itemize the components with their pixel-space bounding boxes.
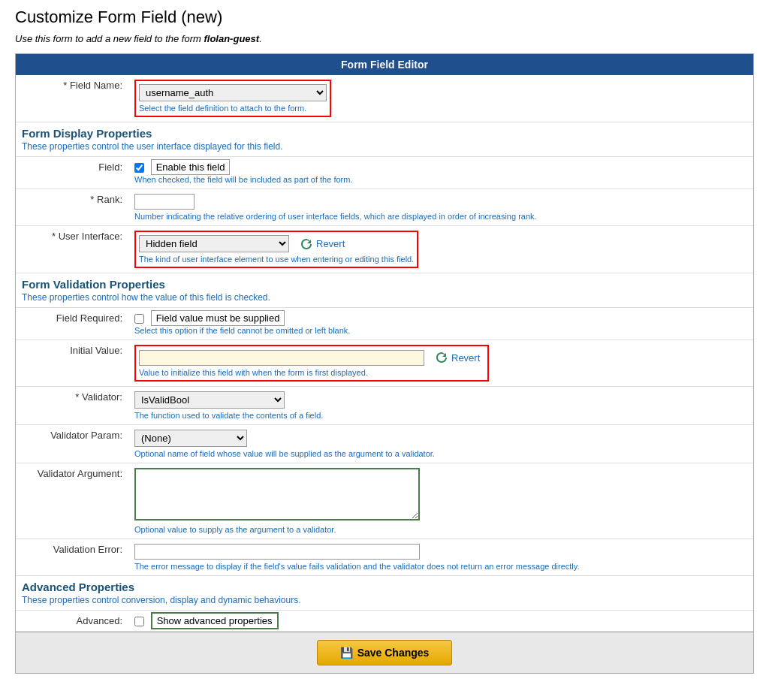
field-enabled-hint: When checked, the field will be included… bbox=[134, 175, 747, 184]
field-required-hint: Select this option if the field cannot b… bbox=[134, 326, 747, 335]
advanced-section-title: Advanced Properties bbox=[22, 581, 747, 593]
validation-error-content: The error message to display if the fiel… bbox=[128, 539, 753, 576]
initial-value-content: 1 Revert Value to initialize this field … bbox=[128, 340, 753, 387]
initial-value-hint: Value to initialize this field with when… bbox=[139, 368, 484, 377]
field-name-label: * Field Name: bbox=[16, 75, 128, 122]
form-table: * Field Name: username_auth Select the f… bbox=[16, 75, 753, 632]
validation-error-row: Validation Error: The error message to d… bbox=[16, 539, 753, 576]
save-button[interactable]: 💾 Save Changes bbox=[317, 640, 453, 665]
validator-argument-textarea[interactable] bbox=[134, 468, 420, 520]
initial-value-box: 1 Revert Value to initialize this field … bbox=[134, 345, 489, 382]
advanced-content: Show advanced properties bbox=[128, 611, 753, 632]
field-name-box: username_auth Select the field definitio… bbox=[134, 80, 331, 117]
field-enabled-label: Field: bbox=[16, 157, 128, 189]
field-enabled-checkbox-label: Enable this field bbox=[151, 159, 231, 175]
rank-content: 50495 Number indicating the relative ord… bbox=[128, 189, 753, 226]
save-icon: 💾 bbox=[340, 647, 353, 659]
validator-param-content: (None) Optional name of field whose valu… bbox=[128, 425, 753, 463]
rank-row: * Rank: 50495 Number indicating the rela… bbox=[16, 189, 753, 226]
validation-error-hint: The error message to display if the fiel… bbox=[134, 562, 747, 571]
form-container: Form Field Editor * Field Name: username… bbox=[15, 53, 754, 674]
user-interface-revert-button[interactable]: Revert bbox=[295, 236, 349, 252]
revert-label: Revert bbox=[316, 238, 345, 249]
initial-value-input[interactable]: 1 bbox=[139, 350, 424, 366]
validator-select[interactable]: IsValidBool bbox=[134, 391, 285, 409]
display-section-title: Form Display Properties bbox=[22, 127, 747, 140]
advanced-checkbox[interactable] bbox=[134, 617, 144, 626]
rank-label: * Rank: bbox=[16, 189, 128, 226]
rank-input[interactable]: 50495 bbox=[134, 194, 195, 210]
validator-param-row: Validator Param: (None) Optional name of… bbox=[16, 425, 753, 463]
initial-revert-label: Revert bbox=[451, 352, 480, 364]
advanced-row: Advanced: Show advanced properties bbox=[16, 611, 753, 632]
editor-header: Form Field Editor bbox=[16, 54, 753, 75]
save-button-row: 💾 Save Changes bbox=[16, 632, 753, 673]
field-name-hint: Select the field definition to attach to… bbox=[139, 104, 327, 113]
page-title: Customize Form Field (new) bbox=[15, 8, 754, 27]
validation-error-input[interactable] bbox=[134, 544, 420, 560]
user-interface-row: * User Interface: Hidden field bbox=[16, 226, 753, 273]
validator-content: IsValidBool The function used to validat… bbox=[128, 387, 753, 425]
validation-error-label: Validation Error: bbox=[16, 539, 128, 576]
validation-section-header: Form Validation Properties These propert… bbox=[16, 273, 753, 308]
field-required-checkbox[interactable] bbox=[134, 314, 144, 324]
page-subtitle: Use this form to add a new field to the … bbox=[15, 33, 754, 44]
advanced-section-desc: These properties control conversion, dis… bbox=[22, 595, 747, 605]
field-required-label: Field Required: bbox=[16, 308, 128, 340]
field-enabled-content: Enable this field When checked, the fiel… bbox=[128, 157, 753, 189]
user-interface-hint: The kind of user interface element to us… bbox=[139, 255, 414, 264]
validator-argument-hint: Optional value to supply as the argument… bbox=[134, 525, 747, 534]
validator-hint: The function used to validate the conten… bbox=[134, 411, 747, 420]
advanced-checkbox-label: Show advanced properties bbox=[151, 612, 279, 629]
initial-value-revert-button[interactable]: Revert bbox=[430, 349, 484, 366]
validator-argument-row: Validator Argument: Optional value to su… bbox=[16, 463, 753, 539]
field-name-content: username_auth Select the field definitio… bbox=[128, 75, 753, 122]
validation-section-title: Form Validation Properties bbox=[22, 278, 747, 291]
validator-row: * Validator: IsValidBool The function us… bbox=[16, 387, 753, 425]
ui-interface-box: Hidden field Revert The kind of user int… bbox=[134, 231, 418, 268]
validator-label: * Validator: bbox=[16, 387, 128, 425]
field-required-checkbox-label: Field value must be supplied bbox=[151, 310, 285, 326]
field-name-select[interactable]: username_auth bbox=[139, 84, 327, 101]
validator-param-hint: Optional name of field whose value will … bbox=[134, 449, 747, 458]
save-label: Save Changes bbox=[357, 647, 430, 659]
user-interface-select[interactable]: Hidden field bbox=[139, 235, 289, 252]
rank-hint: Number indicating the relative ordering … bbox=[134, 212, 747, 221]
initial-value-label: Initial Value: bbox=[16, 340, 128, 387]
user-interface-label: * User Interface: bbox=[16, 226, 128, 273]
field-enabled-row: Field: Enable this field When checked, t… bbox=[16, 157, 753, 189]
revert-icon bbox=[300, 237, 313, 251]
field-required-content: Field value must be supplied Select this… bbox=[128, 308, 753, 340]
validator-argument-label: Validator Argument: bbox=[16, 463, 128, 539]
advanced-label: Advanced: bbox=[16, 611, 128, 632]
display-section-desc: These properties control the user interf… bbox=[22, 141, 747, 152]
user-interface-content: Hidden field Revert The kind of user int… bbox=[128, 226, 753, 273]
validator-param-label: Validator Param: bbox=[16, 425, 128, 463]
validator-argument-content: Optional value to supply as the argument… bbox=[128, 463, 753, 539]
field-enabled-checkbox[interactable] bbox=[134, 163, 144, 173]
advanced-section-header: Advanced Properties These properties con… bbox=[16, 576, 753, 611]
display-section-header: Form Display Properties These properties… bbox=[16, 122, 753, 157]
validator-param-select[interactable]: (None) bbox=[134, 430, 247, 447]
initial-value-row: Initial Value: 1 Revert bbox=[16, 340, 753, 387]
validation-section-desc: These properties control how the value o… bbox=[22, 292, 747, 303]
field-required-row: Field Required: Field value must be supp… bbox=[16, 308, 753, 340]
field-name-row: * Field Name: username_auth Select the f… bbox=[16, 75, 753, 122]
initial-revert-icon bbox=[435, 351, 448, 364]
